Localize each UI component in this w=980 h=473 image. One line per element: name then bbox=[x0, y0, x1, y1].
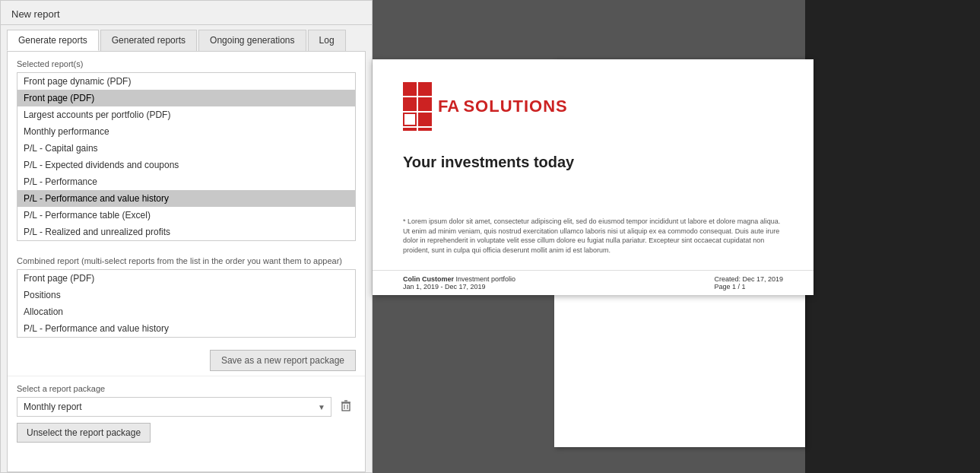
report-preview: FA SOLUTIONS Your investments today * Lo… bbox=[373, 59, 813, 295]
delete-package-button[interactable] bbox=[336, 397, 356, 417]
tab-content: Selected report(s) Front page dynamic (P… bbox=[7, 51, 366, 472]
package-dropdown-wrapper: Monthly report Quarterly report ▼ bbox=[17, 397, 331, 417]
report-list: Front page dynamic (PDF) Front page (PDF… bbox=[17, 72, 356, 241]
select-package-label: Select a report package bbox=[17, 384, 356, 393]
logo-box-2 bbox=[418, 82, 432, 96]
save-as-new-package-button[interactable]: Save as a new report package bbox=[210, 350, 356, 371]
fa-logo: FA SOLUTIONS bbox=[403, 82, 783, 131]
panel-title: New report bbox=[11, 8, 60, 20]
list-item[interactable]: P/L - Capital gains bbox=[17, 140, 355, 157]
save-btn-row: Save as a new report package bbox=[8, 345, 365, 376]
logo-box-5 bbox=[403, 113, 417, 126]
page-number: Page 1 / 1 bbox=[714, 283, 745, 290]
report-footer-left: Colin Customer Investment portfolio Jan … bbox=[403, 275, 515, 290]
list-item[interactable]: Front page (PDF) bbox=[17, 90, 355, 106]
dark-panel bbox=[805, 0, 980, 473]
tabs-bar: Generate reports Generated reports Ongoi… bbox=[1, 25, 372, 51]
reports-section: Selected report(s) Front page dynamic (P… bbox=[8, 52, 365, 249]
list-item[interactable]: P/L - Performance bbox=[17, 173, 355, 190]
logo-box-1 bbox=[403, 82, 417, 96]
combined-list: Front page (PDF) Positions Allocation P/… bbox=[17, 269, 356, 338]
list-item[interactable]: P/L - Performance table (Excel) bbox=[17, 207, 355, 224]
tab-generate-reports[interactable]: Generate reports bbox=[7, 30, 99, 51]
fa-logo-grid bbox=[403, 82, 432, 131]
client-name: Colin Customer bbox=[403, 275, 454, 283]
tab-generated-reports[interactable]: Generated reports bbox=[100, 30, 197, 51]
combined-section: Combined report (multi-select reports fr… bbox=[8, 249, 365, 345]
list-item[interactable]: Monthly performance bbox=[17, 123, 355, 140]
report-footer-right: Created: Dec 17, 2019 Page 1 / 1 bbox=[714, 275, 783, 290]
company-name: FA SOLUTIONS bbox=[438, 97, 568, 116]
list-item[interactable]: Allocation bbox=[17, 303, 355, 320]
combined-section-label: Combined report (multi-select reports fr… bbox=[17, 256, 356, 265]
unselect-package-button[interactable]: Unselect the report package bbox=[17, 423, 151, 443]
tab-log[interactable]: Log bbox=[308, 30, 346, 51]
right-area: FA SOLUTIONS Your investments today * Lo… bbox=[373, 0, 980, 473]
report-main-title: Your investments today bbox=[403, 154, 783, 171]
created-date: Created: Dec 17, 2019 bbox=[714, 275, 783, 283]
reports-section-label: Selected report(s) bbox=[17, 59, 356, 68]
date-range: Jan 1, 2019 - Dec 17, 2019 bbox=[403, 283, 486, 290]
trash-icon bbox=[339, 398, 353, 412]
list-item[interactable]: Positions bbox=[17, 287, 355, 303]
select-package-section: Select a report package Monthly report Q… bbox=[8, 376, 365, 450]
tab-ongoing-generations[interactable]: Ongoing generations bbox=[198, 30, 306, 51]
left-panel: New report Generate reports Generated re… bbox=[0, 0, 373, 473]
logo-box-7 bbox=[403, 128, 417, 131]
logo-box-4 bbox=[418, 97, 432, 111]
list-item[interactable]: P/L - Performance and value history bbox=[17, 190, 355, 207]
logo-box-6 bbox=[418, 113, 432, 126]
list-item[interactable]: Front page (PDF) bbox=[17, 270, 355, 287]
panel-header: New report bbox=[1, 1, 372, 25]
list-item[interactable]: P/L - Expected dividends and coupons bbox=[17, 157, 355, 173]
svg-rect-0 bbox=[342, 403, 350, 411]
report-lorem-text: * Lorem ipsum dolor sit amet, consectetu… bbox=[403, 217, 783, 255]
report-footer: Colin Customer Investment portfolio Jan … bbox=[373, 270, 813, 295]
list-item[interactable]: P/L - Realized and unrealized profits bbox=[17, 224, 355, 240]
list-item[interactable]: Front page dynamic (PDF) bbox=[17, 73, 355, 90]
dropdown-row: Monthly report Quarterly report ▼ bbox=[17, 397, 356, 417]
list-item[interactable]: P/L - Performance and value history bbox=[17, 320, 355, 337]
logo-box-8 bbox=[418, 128, 432, 131]
portfolio-name: Investment portfolio bbox=[456, 275, 516, 283]
logo-box-3 bbox=[403, 97, 417, 111]
list-item[interactable]: Largest accounts per portfolio (PDF) bbox=[17, 106, 355, 123]
package-dropdown[interactable]: Monthly report Quarterly report bbox=[17, 397, 331, 417]
